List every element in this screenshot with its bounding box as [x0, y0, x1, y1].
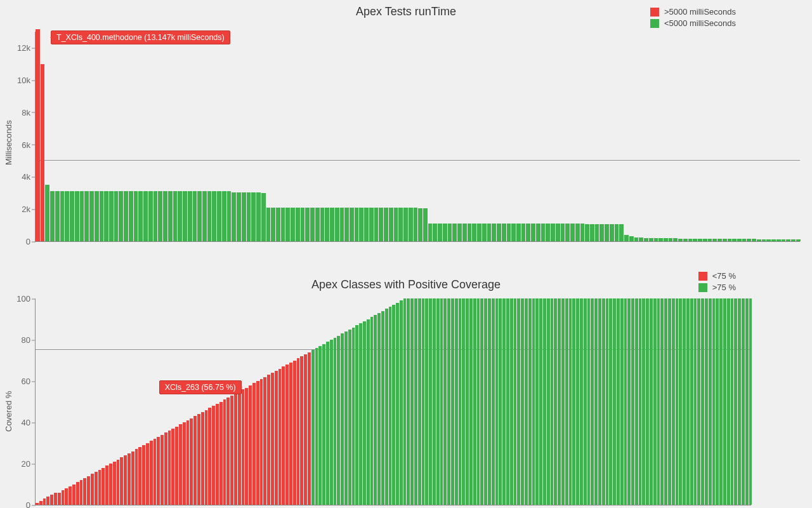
bar[interactable]: [448, 224, 452, 241]
bar[interactable]: [469, 298, 473, 505]
bar[interactable]: [263, 377, 266, 505]
bar[interactable]: [410, 298, 414, 505]
bar[interactable]: [455, 298, 458, 505]
bar[interactable]: [528, 298, 532, 505]
bar[interactable]: [762, 239, 766, 241]
bar[interactable]: [374, 208, 379, 241]
bar[interactable]: [256, 192, 261, 241]
bar[interactable]: [370, 317, 374, 505]
bar[interactable]: [541, 224, 546, 241]
bar[interactable]: [428, 224, 433, 241]
bar[interactable]: [227, 191, 232, 241]
bar[interactable]: [315, 208, 320, 241]
bar[interactable]: [591, 298, 594, 505]
bar[interactable]: [320, 208, 325, 241]
bar[interactable]: [201, 412, 204, 505]
bar[interactable]: [752, 239, 756, 241]
bar[interactable]: [119, 191, 123, 241]
bar[interactable]: [532, 298, 535, 505]
bar[interactable]: [495, 298, 499, 505]
bar[interactable]: [296, 208, 300, 241]
bar[interactable]: [422, 298, 425, 505]
bar[interactable]: [138, 447, 141, 505]
chart-runtime-plot[interactable]: 02k4k6k8k10k12k T_XCls_400.methodone (13…: [35, 32, 800, 242]
bar[interactable]: [613, 298, 616, 505]
bar[interactable]: [705, 298, 708, 505]
bar[interactable]: [289, 363, 292, 505]
bar[interactable]: [776, 239, 781, 241]
bar[interactable]: [256, 381, 259, 505]
bar[interactable]: [230, 396, 233, 505]
bar[interactable]: [183, 422, 186, 505]
bar[interactable]: [396, 303, 399, 505]
bar[interactable]: [352, 328, 355, 505]
bar[interactable]: [539, 298, 542, 505]
bar[interactable]: [487, 224, 492, 241]
bar[interactable]: [70, 191, 74, 241]
bar[interactable]: [653, 298, 657, 505]
bar[interactable]: [163, 191, 167, 241]
bar[interactable]: [39, 501, 43, 505]
bar[interactable]: [217, 191, 221, 241]
bar[interactable]: [738, 298, 741, 505]
bar[interactable]: [95, 191, 99, 241]
bar[interactable]: [369, 208, 374, 241]
bar[interactable]: [423, 208, 428, 241]
bar[interactable]: [45, 185, 49, 241]
bar[interactable]: [245, 388, 248, 505]
bar[interactable]: [526, 224, 530, 241]
bar[interactable]: [117, 460, 120, 505]
bar[interactable]: [282, 366, 285, 505]
bar[interactable]: [293, 361, 296, 505]
bar[interactable]: [168, 191, 173, 241]
bar[interactable]: [340, 208, 344, 241]
bar[interactable]: [355, 208, 359, 241]
bar[interactable]: [60, 191, 65, 241]
bar[interactable]: [158, 191, 162, 241]
bar[interactable]: [271, 208, 275, 241]
bar[interactable]: [599, 224, 604, 241]
bar[interactable]: [179, 424, 182, 505]
bar[interactable]: [394, 208, 398, 241]
bar[interactable]: [266, 208, 271, 241]
bar[interactable]: [238, 391, 241, 505]
bar[interactable]: [521, 298, 524, 505]
bar[interactable]: [698, 239, 702, 241]
bar[interactable]: [105, 465, 108, 505]
bar[interactable]: [207, 191, 212, 241]
bar[interactable]: [620, 298, 624, 505]
bar[interactable]: [129, 191, 133, 241]
bar[interactable]: [131, 451, 134, 505]
bar[interactable]: [222, 191, 226, 241]
bar[interactable]: [281, 208, 285, 241]
bar[interactable]: [650, 298, 653, 505]
bar[interactable]: [76, 482, 79, 505]
bar[interactable]: [747, 239, 751, 241]
bar[interactable]: [148, 191, 153, 241]
bar[interactable]: [742, 298, 745, 505]
bar[interactable]: [297, 358, 300, 505]
bar[interactable]: [451, 298, 454, 505]
bar[interactable]: [551, 298, 554, 505]
bar[interactable]: [285, 364, 289, 505]
legend-item-under-75[interactable]: <75 %: [698, 271, 736, 282]
legend-item-over-75[interactable]: >75 %: [698, 282, 736, 293]
bar[interactable]: [344, 331, 348, 505]
bar[interactable]: [782, 239, 786, 241]
bar[interactable]: [171, 429, 174, 505]
bar[interactable]: [271, 373, 274, 505]
bar[interactable]: [142, 445, 145, 505]
bar[interactable]: [472, 224, 476, 241]
bar[interactable]: [624, 235, 629, 241]
bar[interactable]: [617, 298, 620, 505]
bar[interactable]: [639, 237, 643, 241]
bar[interactable]: [521, 224, 526, 241]
bar[interactable]: [278, 369, 282, 505]
bar[interactable]: [205, 410, 208, 505]
bar[interactable]: [143, 191, 148, 241]
bar[interactable]: [443, 224, 447, 241]
bar[interactable]: [771, 239, 776, 241]
bar[interactable]: [183, 191, 187, 241]
bar[interactable]: [565, 224, 570, 241]
bar[interactable]: [242, 192, 246, 241]
